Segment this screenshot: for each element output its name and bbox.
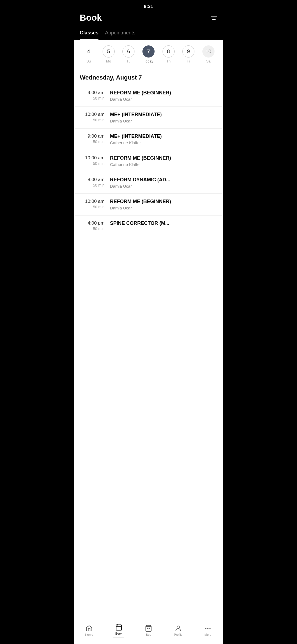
class-info-1: ME+ (INTERMEDIATE) Damla Ucar (110, 112, 217, 123)
date-number-thu: 8 (163, 45, 175, 58)
filter-line-3 (212, 19, 216, 20)
header: Book (74, 9, 223, 27)
date-label-today: Today (144, 59, 153, 63)
date-number-mon: 5 (103, 45, 115, 58)
date-label-fri: Fr (187, 59, 190, 63)
date-item-mon[interactable]: 5 Mo (99, 45, 119, 63)
date-number-sun: 4 (82, 45, 95, 58)
class-time-4: 8:00 am 50 min (80, 177, 110, 187)
nav-profile-label: Profile (174, 633, 182, 636)
date-item-sun[interactable]: 4 Su (79, 45, 99, 63)
section-date: Wednesday, August 7 (74, 69, 223, 85)
class-item-3[interactable]: 10:00 am 50 min REFORM ME (BEGINNER) Cat… (74, 150, 223, 172)
date-picker: 4 Su 5 Mo 6 Tu 7 Today 8 Th (74, 40, 223, 69)
buy-icon (145, 625, 152, 632)
svg-point-4 (207, 628, 208, 629)
nav-buy[interactable]: Buy (134, 624, 163, 637)
svg-point-2 (177, 626, 180, 628)
profile-icon (175, 625, 182, 632)
date-item-fri[interactable]: 9 Fr (178, 45, 199, 63)
tab-appointments[interactable]: Appointments (105, 27, 135, 40)
date-label-tue: Tu (127, 59, 131, 63)
class-list: 9:00 am 50 min REFORM ME (BEGINNER) Daml… (74, 85, 223, 236)
filter-button[interactable] (211, 16, 217, 20)
class-time-2: 9:00 am 50 min (80, 133, 110, 144)
nav-home-label: Home (85, 633, 93, 636)
class-info-0: REFORM ME (BEGINNER) Damla Ucar (110, 90, 217, 102)
nav-profile[interactable]: Profile (163, 624, 193, 637)
nav-buy-label: Buy (146, 633, 151, 636)
nav-more[interactable]: More (193, 624, 223, 637)
class-time-3: 10:00 am 50 min (80, 155, 110, 166)
class-item-1[interactable]: 10:00 am 50 min ME+ (INTERMEDIATE) Damla… (74, 107, 223, 129)
nav-home[interactable]: Home (74, 624, 104, 637)
status-bar: 8:31 (74, 0, 223, 9)
class-item-2[interactable]: 9:00 am 50 min ME+ (INTERMEDIATE) Cather… (74, 129, 223, 150)
date-number-sat: 10 (202, 45, 215, 58)
home-icon (86, 625, 93, 632)
svg-point-3 (205, 628, 206, 629)
class-time-5: 10:00 am 50 min (80, 199, 110, 209)
date-label-thu: Th (166, 59, 170, 63)
date-item-sat[interactable]: 10 Sa (198, 45, 218, 63)
class-info-6: SPINE CORRECTOR (M... (110, 220, 217, 227)
date-item-tue[interactable]: 6 Tu (119, 45, 139, 63)
nav-book-label: Book (115, 632, 122, 635)
status-time: 8:31 (144, 4, 153, 9)
class-time-0: 9:00 am 50 min (80, 90, 110, 100)
tab-bar: Classes Appointments (74, 27, 223, 40)
class-info-2: ME+ (INTERMEDIATE) Catherine Klaffer (110, 133, 217, 145)
page-title: Book (80, 13, 102, 23)
more-icon (204, 625, 211, 632)
class-info-5: REFORM ME (BEGINNER) Damla Ucar (110, 199, 217, 210)
book-icon (115, 624, 122, 631)
class-item-5[interactable]: 10:00 am 50 min REFORM ME (BEGINNER) Dam… (74, 194, 223, 215)
class-item-4[interactable]: 8:00 am 50 min REFORM DYNAMIC (AD... Dam… (74, 172, 223, 194)
class-time-6: 4:00 pm 50 min (80, 220, 110, 231)
class-time-1: 10:00 am 50 min (80, 112, 110, 122)
class-info-4: REFORM DYNAMIC (AD... Damla Ucar (110, 177, 217, 189)
filter-line-1 (211, 16, 217, 17)
nav-more-label: More (204, 633, 211, 636)
date-number-tue: 6 (122, 45, 134, 58)
date-label-sun: Su (86, 59, 91, 63)
class-info-3: REFORM ME (BEGINNER) Catherine Klaffer (110, 155, 217, 167)
date-label-sat: Sa (206, 59, 211, 63)
date-number-fri: 9 (182, 45, 194, 58)
bottom-nav: Home Book Buy Profile More (74, 620, 223, 644)
tab-classes[interactable]: Classes (80, 27, 98, 40)
class-item-0[interactable]: 9:00 am 50 min REFORM ME (BEGINNER) Daml… (74, 85, 223, 107)
date-label-mon: Mo (106, 59, 111, 63)
svg-rect-0 (116, 625, 122, 630)
class-item-6[interactable]: 4:00 pm 50 min SPINE CORRECTOR (M... (74, 215, 223, 236)
date-item-today[interactable]: 7 Today (139, 45, 159, 63)
date-item-thu[interactable]: 8 Th (158, 45, 178, 63)
filter-line-2 (211, 18, 216, 18)
svg-point-5 (209, 628, 210, 629)
main-content: 4 Su 5 Mo 6 Tu 7 Today 8 Th (74, 40, 223, 629)
nav-book[interactable]: Book (104, 623, 134, 638)
date-number-today: 7 (142, 45, 155, 58)
